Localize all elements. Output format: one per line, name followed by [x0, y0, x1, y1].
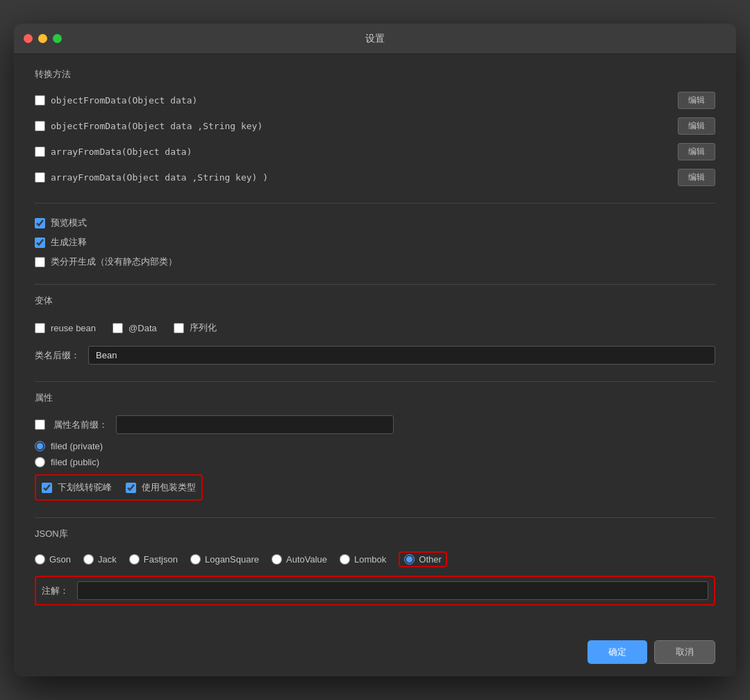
maximize-button[interactable] [53, 34, 62, 43]
other-radio[interactable] [404, 554, 415, 565]
reuse-bean-row: reuse bean [35, 319, 96, 337]
attributes-section: 属性 属性名前缀： filed (private) filed (public)… [35, 392, 715, 505]
reuse-bean-checkbox[interactable] [35, 323, 45, 333]
camel-highlight-box: 下划线转驼峰 使用包装类型 [35, 474, 203, 501]
other-label: Other [419, 554, 442, 565]
separate-class-row: 类分开生成（没有静态内部类） [35, 252, 715, 272]
close-button[interactable] [24, 34, 33, 43]
attr-prefix-label: 属性名前缀： [53, 419, 108, 431]
method-checkbox-3[interactable] [35, 147, 45, 157]
logansquare-label: LoganSquare [205, 554, 259, 565]
conversion-methods-section: 转换方法 objectFromData(Object data) 编辑 obje… [35, 68, 715, 190]
jack-radio[interactable] [83, 554, 94, 565]
logansquare-radio[interactable] [190, 554, 201, 565]
filed-public-label: filed (public) [51, 457, 99, 467]
filed-private-radio[interactable] [35, 441, 45, 451]
fastjson-label: Fastjson [144, 554, 178, 565]
lombok-group: Lombok [340, 554, 386, 565]
attr-prefix-input[interactable] [116, 415, 394, 434]
entity-title: 变体 [35, 294, 715, 307]
autovalue-label: AutoValue [286, 554, 327, 565]
logansquare-group: LoganSquare [190, 554, 259, 565]
preview-mode-label: 预览模式 [51, 217, 87, 229]
suffix-input[interactable] [88, 346, 715, 365]
preview-mode-row: 预览模式 [35, 213, 715, 233]
camel-options-row: 下划线转驼峰 使用包装类型 [35, 470, 715, 505]
footer: 确定 取消 [14, 632, 736, 676]
json-lib-row: Gson Jack Fastjson LoganSquare AutoValue [35, 547, 715, 572]
cancel-button[interactable]: 取消 [654, 640, 715, 664]
attr-prefix-row: 属性名前缀： [35, 411, 715, 438]
fastjson-radio[interactable] [129, 554, 140, 565]
gson-radio[interactable] [35, 554, 45, 565]
separate-class-label: 类分开生成（没有静态内部类） [51, 256, 177, 268]
jack-group: Jack [83, 554, 117, 565]
method-row-2: objectFromData(Object data ,String key) … [35, 113, 715, 139]
fastjson-group: Fastjson [129, 554, 178, 565]
filed-private-row: filed (private) [35, 438, 715, 454]
suffix-row: 类名后缀： [35, 342, 715, 369]
window-title: 设置 [365, 33, 385, 45]
other-highlight-box: Other [399, 551, 447, 567]
json-lib-section: JSON库 Gson Jack Fastjson LoganSquare [35, 528, 715, 606]
options-section: 预览模式 生成注释 类分开生成（没有静态内部类） [35, 213, 715, 272]
camel-case-row: 下划线转驼峰 [42, 478, 112, 497]
edit-button-4[interactable]: 编辑 [678, 169, 715, 186]
method-name-4: arrayFromData(Object data ,String key) ) [51, 172, 268, 183]
confirm-button[interactable]: 确定 [588, 640, 647, 664]
filed-public-row: filed (public) [35, 454, 715, 470]
generate-comment-row: 生成注释 [35, 233, 715, 252]
lombok-label: Lombok [354, 554, 386, 565]
traffic-lights [24, 34, 62, 43]
use-boxed-checkbox[interactable] [126, 483, 136, 493]
data-annotation-row: @Data [112, 319, 157, 337]
separate-class-checkbox[interactable] [35, 257, 45, 267]
serializable-checkbox[interactable] [174, 323, 184, 333]
method-name-3: arrayFromData(Object data) [51, 147, 192, 157]
annotation-input[interactable] [77, 581, 708, 600]
camel-case-checkbox[interactable] [42, 483, 52, 493]
filed-public-radio[interactable] [35, 457, 45, 467]
use-boxed-label: 使用包装类型 [142, 481, 196, 494]
edit-button-1[interactable]: 编辑 [678, 92, 715, 109]
preview-mode-checkbox[interactable] [35, 218, 45, 228]
settings-window: 设置 转换方法 objectFromData(Object data) 编辑 o… [14, 24, 736, 676]
use-boxed-row: 使用包装类型 [126, 478, 196, 497]
annotation-row: 注解： [35, 576, 715, 606]
serializable-label: 序列化 [190, 322, 217, 334]
entity-options-row: reuse bean @Data 序列化 [35, 314, 715, 342]
method-checkbox-4[interactable] [35, 172, 45, 183]
method-name-1: objectFromData(Object data) [51, 95, 197, 106]
method-row-3: arrayFromData(Object data) 编辑 [35, 139, 715, 165]
method-row-4: arrayFromData(Object data ,String key) )… [35, 165, 715, 190]
serializable-row: 序列化 [174, 318, 217, 338]
annotation-label: 注解： [42, 585, 69, 597]
entity-section: 变体 reuse bean @Data 序列化 类名后缀： [35, 294, 715, 369]
json-lib-title: JSON库 [35, 528, 715, 540]
edit-button-3[interactable]: 编辑 [678, 143, 715, 160]
filed-private-label: filed (private) [51, 441, 103, 451]
conversion-methods-title: 转换方法 [35, 68, 715, 81]
method-name-2: objectFromData(Object data ,String key) [51, 121, 262, 131]
gson-label: Gson [49, 554, 71, 565]
attributes-title: 属性 [35, 392, 715, 404]
camel-case-label: 下划线转驼峰 [58, 481, 112, 494]
method-row-1: objectFromData(Object data) 编辑 [35, 88, 715, 113]
jack-label: Jack [98, 554, 117, 565]
minimize-button[interactable] [38, 34, 47, 43]
generate-comment-checkbox[interactable] [35, 238, 45, 248]
method-checkbox-1[interactable] [35, 95, 45, 106]
reuse-bean-label: reuse bean [51, 323, 96, 333]
autovalue-group: AutoValue [272, 554, 327, 565]
suffix-label: 类名后缀： [35, 349, 80, 362]
data-annotation-label: @Data [128, 323, 157, 333]
generate-comment-label: 生成注释 [51, 236, 87, 249]
edit-button-2[interactable]: 编辑 [678, 117, 715, 135]
lombok-radio[interactable] [340, 554, 350, 565]
attr-prefix-checkbox[interactable] [35, 419, 45, 430]
data-annotation-checkbox[interactable] [112, 323, 123, 333]
titlebar: 设置 [14, 24, 736, 54]
method-checkbox-2[interactable] [35, 121, 45, 131]
gson-group: Gson [35, 554, 71, 565]
autovalue-radio[interactable] [272, 554, 282, 565]
